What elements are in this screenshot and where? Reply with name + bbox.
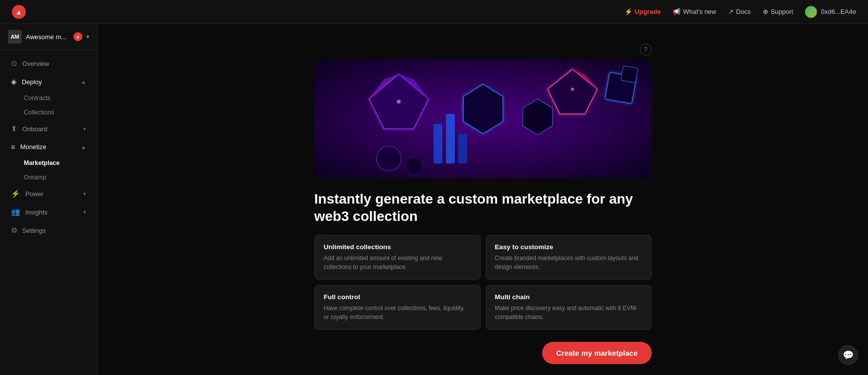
support-hint: ? xyxy=(314,44,652,55)
deploy-chevron-icon: ▲ xyxy=(81,79,86,85)
top-navigation: ▲ ⚡ Upgrade 📢 What's new ↗ Docs ⊕ Suppor… xyxy=(0,0,868,24)
create-marketplace-button[interactable]: Create my marketplace xyxy=(542,342,651,364)
support-circle-icon: ⊕ xyxy=(763,8,768,15)
upgrade-lightning-icon: ⚡ xyxy=(624,8,632,15)
svg-point-12 xyxy=(376,146,401,171)
feature-card-multi-chain: Multi chain Make price discovery easy an… xyxy=(486,285,652,330)
feature-description: Add an unlimited amount of existing and … xyxy=(324,254,471,271)
sidebar-item-contracts[interactable]: Contracts xyxy=(3,91,94,105)
whats-new-icon: 📢 xyxy=(673,8,681,15)
sidebar-item-monetize[interactable]: ≡ Monetize ▲ xyxy=(3,138,94,156)
svg-rect-15 xyxy=(620,66,638,83)
settings-icon: ⚙ xyxy=(11,226,17,235)
feature-title: Unlimited collections xyxy=(324,243,471,251)
features-grid: Unlimited collections Add an unlimited a… xyxy=(314,235,652,330)
monetize-icon: ≡ xyxy=(11,143,15,151)
onboard-icon: ⬆ xyxy=(11,124,17,133)
workspace-name: Awesome m... xyxy=(26,33,69,41)
upgrade-button[interactable]: ⚡ Upgrade xyxy=(624,8,661,15)
sidebar-item-power[interactable]: ⚡ Power ▾ xyxy=(3,185,94,203)
chat-icon: 💬 xyxy=(843,350,854,361)
power-label: Power xyxy=(25,190,78,198)
deploy-icon: ◈ xyxy=(11,77,17,86)
svg-rect-10 xyxy=(446,114,455,163)
support-link[interactable]: ⊕ Support xyxy=(763,8,794,15)
docs-arrow-icon: ↗ xyxy=(728,8,734,15)
cta-row: Create my marketplace xyxy=(314,342,652,364)
sidebar-nav: ⊙ Overview ◈ Deploy ▲ Contracts Collecti… xyxy=(0,50,97,375)
monetize-chevron-icon: ▲ xyxy=(81,144,86,150)
feature-title: Easy to customize xyxy=(495,243,642,251)
sidebar-item-onramp[interactable]: Onramp xyxy=(3,170,94,184)
docs-link[interactable]: ↗ Docs xyxy=(728,8,751,15)
sidebar: AM Awesome m... ▲ ▾ ⊙ Overview ◈ Deploy … xyxy=(0,24,98,375)
feature-title: Multi chain xyxy=(495,293,642,301)
user-menu[interactable]: 0xd6...EA4e xyxy=(805,6,856,18)
insights-chevron-icon: ▾ xyxy=(83,209,86,215)
sidebar-item-overview[interactable]: ⊙ Overview xyxy=(3,54,94,72)
deploy-subitems: Contracts Collections xyxy=(0,91,97,119)
sidebar-item-settings[interactable]: ⚙ Settings xyxy=(3,221,94,239)
onboard-chevron-icon: ▾ xyxy=(83,126,86,132)
svg-rect-9 xyxy=(434,124,442,163)
feature-description: Make price discovery easy and automatic … xyxy=(495,304,642,321)
chat-bubble[interactable]: 💬 xyxy=(838,345,858,365)
svg-point-13 xyxy=(405,157,423,175)
overview-label: Overview xyxy=(22,60,86,67)
feature-card-unlimited-collections: Unlimited collections Add an unlimited a… xyxy=(314,235,481,280)
hero-image xyxy=(314,59,652,178)
hero-illustration xyxy=(314,59,652,178)
whats-new-link[interactable]: 📢 What's new xyxy=(673,8,716,15)
sidebar-item-deploy[interactable]: ◈ Deploy ▲ xyxy=(3,73,94,91)
user-address: 0xd6...EA4e xyxy=(821,8,856,15)
power-icon: ⚡ xyxy=(11,189,20,198)
feature-description: Create branded marketplaces with custom … xyxy=(495,254,642,271)
feature-title: Full control xyxy=(324,293,471,301)
power-chevron-icon: ▾ xyxy=(83,191,86,197)
monetize-label: Monetize xyxy=(20,143,76,151)
support-question-icon[interactable]: ? xyxy=(640,44,652,55)
logo-icon: ▲ xyxy=(12,5,26,19)
feature-description: Have complete control over collections, … xyxy=(324,304,471,321)
content-container: ? xyxy=(314,44,652,364)
feature-card-easy-to-customize: Easy to customize Create branded marketp… xyxy=(486,235,652,280)
sidebar-item-onboard[interactable]: ⬆ Onboard ▾ xyxy=(3,120,94,138)
settings-label: Settings xyxy=(22,227,86,234)
workspace-brand-icon: ▲ xyxy=(73,32,82,41)
overview-icon: ⊙ xyxy=(11,59,17,68)
logo[interactable]: ▲ xyxy=(12,5,26,19)
monetize-subitems: Marketplace Onramp xyxy=(0,156,97,184)
deploy-label: Deploy xyxy=(22,78,76,86)
contracts-label: Contracts xyxy=(24,95,51,102)
sidebar-item-marketplace[interactable]: Marketplace xyxy=(3,156,94,170)
onboard-label: Onboard xyxy=(22,125,78,133)
svg-rect-11 xyxy=(458,134,467,163)
sidebar-item-collections[interactable]: Collections xyxy=(3,106,94,119)
sidebar-item-insights[interactable]: 👥 Insights ▾ xyxy=(3,203,94,221)
onramp-label: Onramp xyxy=(24,174,46,181)
workspace-selector[interactable]: AM Awesome m... ▲ ▾ xyxy=(0,24,97,50)
insights-icon: 👥 xyxy=(11,208,20,216)
headline: Instantly generate a custom marketplace … xyxy=(314,190,652,225)
main-content: ? xyxy=(98,24,868,375)
insights-label: Insights xyxy=(25,209,78,216)
avatar xyxy=(805,6,817,18)
upgrade-label: Upgrade xyxy=(634,8,661,15)
svg-point-17 xyxy=(571,88,574,91)
feature-card-full-control: Full control Have complete control over … xyxy=(314,285,481,330)
marketplace-label: Marketplace xyxy=(24,160,60,166)
workspace-chevron-icon: ▾ xyxy=(86,33,89,40)
workspace-avatar: AM xyxy=(8,30,22,44)
collections-label: Collections xyxy=(24,109,54,116)
svg-point-16 xyxy=(397,100,401,104)
